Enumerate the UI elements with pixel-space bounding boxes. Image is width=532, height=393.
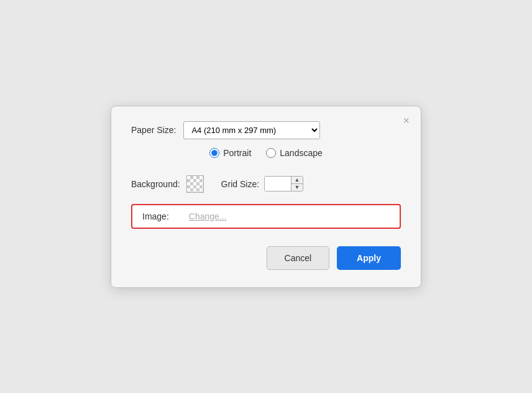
image-label: Image: [142, 211, 169, 221]
page-settings-dialog: × Paper Size: A4 (210 mm x 297 mm) Lette… [111, 106, 421, 288]
paper-size-select[interactable]: A4 (210 mm x 297 mm) Letter (8.5 in x 11… [183, 121, 320, 139]
spinner-buttons: ▲ ▼ [291, 177, 303, 191]
paper-size-label: Paper Size: [131, 125, 176, 135]
spinner-down-button[interactable]: ▼ [291, 184, 303, 191]
background-label: Background: [131, 179, 180, 189]
image-row: Image: Change... [131, 204, 401, 229]
grid-size-spinner: 10 ▲ ▼ [264, 176, 303, 192]
cancel-button[interactable]: Cancel [267, 246, 330, 270]
apply-button[interactable]: Apply [337, 246, 401, 270]
paper-size-row: Paper Size: A4 (210 mm x 297 mm) Letter … [131, 121, 401, 139]
landscape-option[interactable]: Landscape [266, 148, 323, 158]
landscape-label: Landscape [280, 148, 323, 158]
spinner-up-button[interactable]: ▲ [291, 177, 303, 184]
portrait-radio[interactable] [209, 148, 219, 158]
grid-size-input[interactable]: 10 [265, 177, 291, 191]
landscape-radio[interactable] [266, 148, 276, 158]
close-button[interactable]: × [400, 114, 412, 127]
buttons-row: Cancel Apply [131, 246, 401, 270]
bg-grid-row: Background: Grid Size: 10 ▲ ▼ [131, 175, 401, 193]
change-image-button[interactable]: Change... [189, 211, 227, 221]
portrait-label: Portrait [223, 148, 251, 158]
orientation-row: Portrait Landscape [131, 148, 401, 158]
grid-size-label: Grid Size: [221, 179, 259, 189]
portrait-option[interactable]: Portrait [209, 148, 251, 158]
background-swatch[interactable] [186, 175, 204, 193]
